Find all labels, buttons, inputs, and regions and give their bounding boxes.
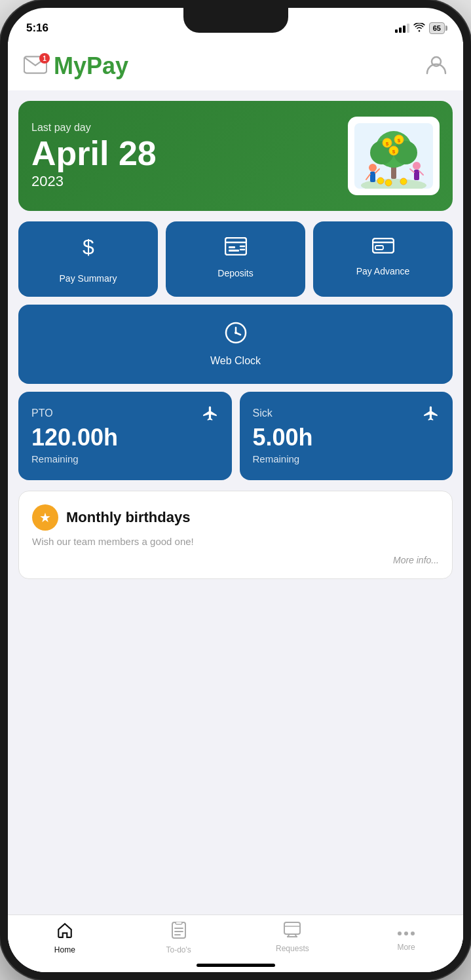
money-tree-svg: $ $ $ <box>354 123 433 189</box>
birthday-title: Monthly birthdays <box>66 509 190 526</box>
payday-info: Last pay day April 28 2023 <box>31 122 157 190</box>
svg-point-22 <box>377 178 384 184</box>
svg-text:$: $ <box>398 138 401 143</box>
svg-point-46 <box>398 932 402 935</box>
birthday-header: ★ Monthly birthdays <box>32 504 439 531</box>
star-icon: ★ <box>32 504 58 531</box>
sick-type: Sick <box>253 407 440 419</box>
webclock-label: Web Clock <box>210 355 261 367</box>
pto-type: PTO <box>31 407 219 419</box>
svg-text:$: $ <box>83 237 94 259</box>
pto-card[interactable]: PTO 120.00h Remaining <box>18 392 232 480</box>
phone-frame: 5:16 65 <box>0 0 471 980</box>
svg-point-23 <box>385 179 392 186</box>
card-icon <box>372 237 394 258</box>
sick-plane-icon <box>423 405 440 426</box>
svg-rect-34 <box>375 246 383 250</box>
pay-advance-card[interactable]: Pay Advance <box>313 221 453 297</box>
mail-icon-wrapper[interactable]: 1 <box>24 56 47 77</box>
sick-remaining: Remaining <box>253 453 440 464</box>
svg-point-48 <box>411 932 415 935</box>
svg-rect-44 <box>284 922 300 934</box>
scroll-area[interactable]: Last pay day April 28 2023 <box>8 90 463 971</box>
nav-todos-label: To-do's <box>166 945 191 954</box>
home-icon <box>56 922 73 943</box>
nav-more-label: More <box>397 943 415 952</box>
leave-grid: PTO 120.00h Remaining Sick 5.00h Remaini… <box>18 392 453 480</box>
status-time: 5:16 <box>26 22 48 35</box>
sick-card[interactable]: Sick 5.00h Remaining <box>240 392 453 480</box>
svg-rect-40 <box>176 922 182 924</box>
svg-rect-19 <box>414 170 419 180</box>
webclock-card[interactable]: Web Clock <box>18 305 453 384</box>
mail-badge: 1 <box>39 53 50 64</box>
nav-todos[interactable]: To-do's <box>122 922 236 954</box>
svg-point-24 <box>400 178 407 185</box>
nav-home[interactable]: Home <box>8 922 122 954</box>
svg-rect-28 <box>229 246 235 248</box>
battery-icon: 65 <box>429 22 445 34</box>
svg-text:$: $ <box>386 141 389 147</box>
requests-icon <box>284 922 301 941</box>
more-icon <box>397 922 415 940</box>
nav-home-label: Home <box>54 945 75 954</box>
deposits-icon <box>225 237 247 260</box>
pay-summary-card[interactable]: $ Pay Summary <box>18 221 158 297</box>
pay-summary-label: Pay Summary <box>60 273 117 284</box>
app-title: MyPay <box>54 52 128 80</box>
profile-button[interactable] <box>425 54 447 79</box>
payday-card[interactable]: Last pay day April 28 2023 <box>18 101 453 211</box>
nav-more[interactable]: More <box>349 922 463 952</box>
svg-point-14 <box>369 164 377 172</box>
sick-hours: 5.00h <box>253 424 440 451</box>
payday-illustration: $ $ $ <box>348 117 440 195</box>
svg-text:$: $ <box>392 149 396 155</box>
signal-icon <box>395 24 409 33</box>
svg-point-47 <box>404 932 408 935</box>
payday-date: April 28 <box>31 136 157 170</box>
pto-plane-icon <box>202 405 219 426</box>
pay-advance-label: Pay Advance <box>356 266 410 276</box>
payday-label: Last pay day <box>31 122 157 134</box>
home-indicator <box>197 964 275 967</box>
birthday-card[interactable]: ★ Monthly birthdays Wish our team member… <box>18 491 453 579</box>
status-icons: 65 <box>395 22 445 34</box>
payday-year: 2023 <box>31 173 157 190</box>
more-info[interactable]: More info... <box>32 555 439 565</box>
todos-icon <box>171 922 187 943</box>
clock-icon <box>225 322 247 349</box>
pto-remaining: Remaining <box>31 453 219 464</box>
app-content: 1 MyPay Last pay day April 28 2023 <box>8 42 463 972</box>
svg-rect-15 <box>370 172 375 182</box>
nav-requests-label: Requests <box>276 944 309 953</box>
action-grid: $ Pay Summary <box>18 221 453 297</box>
dollar-icon: $ <box>78 237 99 265</box>
nav-requests[interactable]: Requests <box>236 922 350 953</box>
pto-hours: 120.00h <box>31 424 219 451</box>
deposits-card[interactable]: Deposits <box>166 221 305 297</box>
svg-point-18 <box>413 162 421 170</box>
birthday-subtitle: Wish our team members a good one! <box>32 536 439 547</box>
profile-icon <box>425 54 447 76</box>
deposits-label: Deposits <box>217 268 253 278</box>
header-left: 1 MyPay <box>24 52 128 80</box>
svg-point-38 <box>235 331 237 334</box>
notch <box>183 8 288 33</box>
app-header: 1 MyPay <box>8 42 463 90</box>
wifi-icon <box>413 23 425 34</box>
svg-rect-29 <box>229 250 239 252</box>
